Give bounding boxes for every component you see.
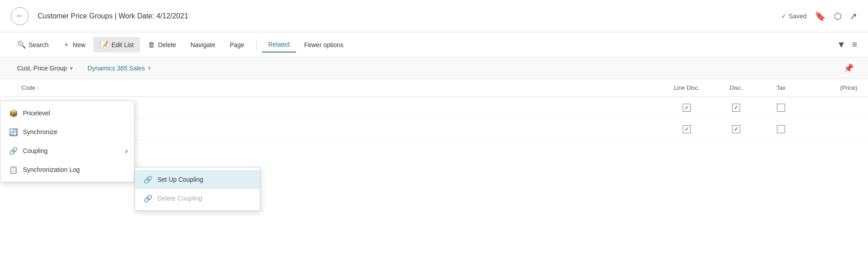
sort-icon: ↑ xyxy=(37,85,40,91)
set-up-coupling-item[interactable]: 🔗 Set Up Coupling xyxy=(135,170,260,189)
search-label: Search xyxy=(29,41,48,48)
related-label: Related xyxy=(268,41,290,48)
header-actions: ✓ Saved 🔖 ⬡ ↗ xyxy=(781,11,857,22)
saved-status: ✓ Saved xyxy=(781,13,807,20)
code-header-label: Code xyxy=(22,84,35,91)
coupling-submenu: 🔗 Set Up Coupling 🔗 Delete Coupling xyxy=(135,167,260,211)
disc-col-header: Disc. xyxy=(714,84,759,91)
synchronize-label: Synchronize xyxy=(23,128,57,136)
page-title: Customer Price Groups | Work Date: 4/12/… xyxy=(38,12,781,20)
edit-list-button[interactable]: 📝 Edit List xyxy=(93,37,140,53)
synchronize-item[interactable]: 🔄 Synchronize xyxy=(0,123,134,141)
row-tax-cell xyxy=(759,104,803,112)
code-col-header: Code ↑ xyxy=(22,84,147,91)
coupling-item[interactable]: 🔗 Coupling xyxy=(0,141,134,160)
table-header: Code ↑ Line Disc. Disc. Tax (Price) xyxy=(0,79,868,97)
coupling-label: Coupling xyxy=(23,147,48,154)
bookmark-icon[interactable]: 🔖 xyxy=(815,11,826,22)
delete-coupling-icon: 🔗 xyxy=(143,193,153,203)
toolbar: 🔍 Search ＋ New 📝 Edit List 🗑 Delete Navi… xyxy=(0,32,868,57)
related-button[interactable]: Related xyxy=(262,37,296,53)
new-label: New xyxy=(73,41,85,48)
content-area: Code ↑ Line Disc. Disc. Tax (Price) → WH… xyxy=(0,79,868,140)
main-dropdown-menu: 📦 Pricelevel 🔄 Synchronize 🔗 Coupling 📋 … xyxy=(0,101,135,182)
checkbox-icon: ✓ xyxy=(683,125,691,133)
chevron-down-icon-2: ∨ xyxy=(148,65,151,71)
line-disc-col-header: Line Disc. xyxy=(660,84,714,91)
checkbox-icon: ✓ xyxy=(732,125,740,133)
plus-icon: ＋ xyxy=(63,40,70,49)
pricelevel-icon: 📦 xyxy=(9,108,18,118)
set-up-coupling-label: Set Up Coupling xyxy=(157,176,203,183)
toolbar-right-actions: ▼ ≡ xyxy=(837,39,857,50)
sync-log-item[interactable]: 📋 Synchronization Log xyxy=(0,160,134,179)
navigate-label: Navigate xyxy=(191,41,215,48)
sync-log-icon: 📋 xyxy=(9,165,18,175)
back-button[interactable]: ← xyxy=(11,7,29,25)
pricelevel-item[interactable]: 📦 Pricelevel xyxy=(0,104,134,123)
pricelevel-label: Pricelevel xyxy=(23,109,50,117)
checkbox-icon: ✓ xyxy=(732,104,740,112)
fewer-options-label: Fewer options xyxy=(304,41,344,48)
sync-log-label: Synchronization Log xyxy=(23,166,80,173)
checkbox-icon xyxy=(777,125,785,133)
delete-coupling-label: Delete Coupling xyxy=(157,195,202,202)
coupling-icon: 🔗 xyxy=(9,146,18,156)
synchronize-icon: 🔄 xyxy=(9,127,18,137)
filter-icon[interactable]: ▼ xyxy=(837,39,846,50)
checkmark-icon: ✓ xyxy=(781,13,786,20)
page-button[interactable]: Page xyxy=(223,38,251,52)
search-icon: 🔍 xyxy=(17,40,26,49)
share-icon[interactable]: ⬡ xyxy=(834,11,842,22)
list-icon[interactable]: ≡ xyxy=(852,39,857,50)
sub-toolbar: Cust. Price Group ∨ Dynamics 365 Sales ∨… xyxy=(0,57,868,79)
edit-list-icon: 📝 xyxy=(100,40,109,49)
new-button[interactable]: ＋ New xyxy=(57,36,92,53)
delete-icon: 🗑 xyxy=(148,41,155,49)
row-linedisc-cell: ✓ xyxy=(660,104,714,112)
search-button[interactable]: 🔍 Search xyxy=(11,37,55,53)
line-disc-checkbox[interactable]: ✓ xyxy=(660,125,714,133)
dynamics-button[interactable]: Dynamics 365 Sales ∨ xyxy=(81,62,157,74)
tax-checkbox[interactable] xyxy=(759,104,803,112)
pin-icon[interactable]: 📌 xyxy=(840,61,857,75)
back-icon: ← xyxy=(16,11,24,21)
delete-coupling-item[interactable]: 🔗 Delete Coupling xyxy=(135,189,260,208)
delete-label: Delete xyxy=(158,41,176,48)
price-col-header: (Price) xyxy=(803,84,857,91)
edit-list-label: Edit List xyxy=(111,41,134,48)
navigate-button[interactable]: Navigate xyxy=(184,38,222,52)
cust-price-group-label: Cust. Price Group xyxy=(17,65,67,72)
expand-icon[interactable]: ↗ xyxy=(850,11,857,22)
tax-checkbox[interactable] xyxy=(759,125,803,133)
delete-button[interactable]: 🗑 Delete xyxy=(142,37,182,53)
row-disc-cell: ✓ xyxy=(714,125,759,133)
cust-price-group-button[interactable]: Cust. Price Group ∨ xyxy=(11,62,79,74)
header-bar: ← Customer Price Groups | Work Date: 4/1… xyxy=(0,0,868,32)
set-up-coupling-icon: 🔗 xyxy=(143,175,153,184)
dynamics-label: Dynamics 365 Sales xyxy=(87,65,145,72)
row-tax-cell xyxy=(759,125,803,133)
saved-label: Saved xyxy=(789,13,807,20)
tax-col-header: Tax xyxy=(759,84,803,91)
chevron-down-icon: ∨ xyxy=(70,65,73,71)
checkbox-icon: ✓ xyxy=(683,104,691,112)
dropdown-container: 📦 Pricelevel 🔄 Synchronize 🔗 Coupling 📋 … xyxy=(0,101,135,182)
page-label: Page xyxy=(230,41,244,48)
disc-checkbox[interactable]: ✓ xyxy=(714,104,759,112)
line-disc-checkbox[interactable]: ✓ xyxy=(660,104,714,112)
checkbox-icon xyxy=(777,104,785,112)
row-linedisc-cell: ✓ xyxy=(660,125,714,133)
row-disc-cell: ✓ xyxy=(714,104,759,112)
fewer-options-button[interactable]: Fewer options xyxy=(298,38,350,52)
toolbar-separator xyxy=(256,39,257,50)
disc-checkbox[interactable]: ✓ xyxy=(714,125,759,133)
